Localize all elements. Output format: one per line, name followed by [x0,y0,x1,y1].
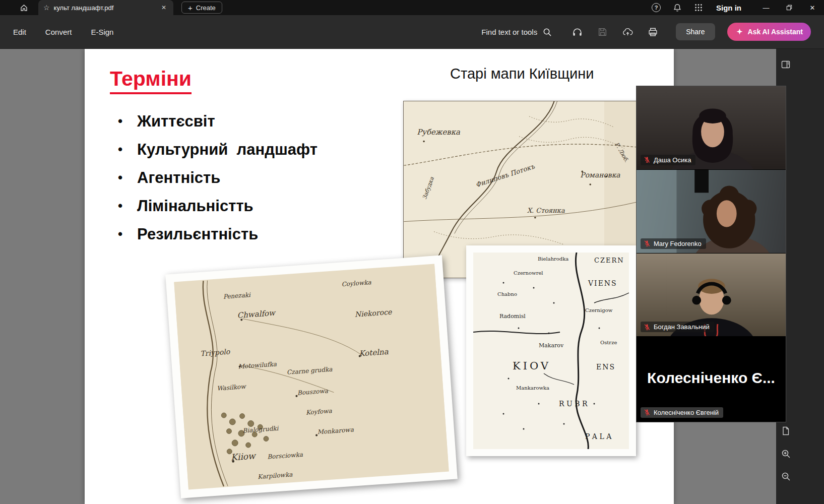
app-toolbar: Edit Convert E-Sign Find text or tools S… [0,15,824,49]
restore-icon [786,5,792,11]
map-label: Czernigow [585,307,613,313]
muted-mic-icon [644,324,651,331]
create-label: Create [196,4,216,12]
home-button[interactable] [15,2,32,14]
menu-edit[interactable]: Edit [13,28,26,36]
participant-tile[interactable]: Богдан Завальний [637,254,786,337]
print-button[interactable] [644,23,662,41]
list-item: Культурний ландшафт [114,140,318,159]
zoom-out-icon [781,471,791,481]
menu-convert[interactable]: Convert [45,28,72,36]
participant-display-name: Колесніченко Є... [637,369,786,386]
zoom-in-button[interactable] [777,445,794,462]
old-map-image-3: Bielahrodka CZERN Czernowrel VIENS Chabn… [466,245,636,456]
share-button[interactable]: Share [676,23,715,40]
participant-name: Колесніченко Євгеній [654,409,719,416]
search-icon [542,27,552,37]
zoom-in-icon [781,449,791,459]
old-map-image-2: Penezaki Chwalfow Coylowka Niekoroce Tri… [165,255,458,498]
participant-name-badge: Колесніченко Євгеній [641,407,723,418]
notifications-button[interactable] [667,0,688,15]
participant-tile[interactable]: Колесніченко Є... Колесніченко Євгеній [637,337,786,422]
bullet-text: Культурний ландшафт [137,141,318,158]
map-label: Chabno [497,291,517,297]
page-view-button[interactable] [777,422,794,439]
video-conference-panel: Даша Осика Mary Fedorenko [636,86,786,422]
participant-tile[interactable]: Mary Fedorenko [637,170,786,254]
map-label: Романовка [580,171,620,179]
bell-icon [673,3,682,12]
plus-icon: + [188,4,193,12]
panel-icon [781,59,791,70]
map-label: Czernowrel [514,270,543,276]
titlebar-right: ? Sign in — ✕ [646,0,824,15]
slide-title: Терміни [110,67,192,94]
bullet-text: Життєсвіт [137,112,215,130]
participant-name: Даша Осика [654,156,691,164]
home-icon [20,4,28,12]
upload-cloud-button[interactable] [618,23,637,41]
participant-tile[interactable]: Даша Осика [637,86,786,170]
map-label: Bielahrodka [538,256,568,262]
sign-in-button[interactable]: Sign in [716,4,741,12]
map-label: Ostrze [600,340,617,345]
map-label: Kiiow [230,451,257,463]
find-text-tools-search[interactable]: Find text or tools [481,27,552,37]
apps-grid-button[interactable] [688,0,709,15]
help-icon: ? [652,3,661,12]
list-item: Лімінальністть [114,197,318,215]
map-label: Рубежевка [417,128,460,137]
tab-title: культ ландшафт.pdf [54,4,155,12]
page-icon [781,426,791,436]
participant-name: Mary Fedorenko [654,240,702,247]
muted-mic-icon [644,156,651,163]
map-label: Х. Стоянка [527,207,565,214]
participant-name-badge: Mary Fedorenko [641,238,706,249]
map-label: Makarov [539,342,564,349]
muted-mic-icon [644,409,651,416]
list-item: Агентність [114,168,318,187]
bullet-text: Агентність [137,169,220,186]
toolbar-tools: Find text or tools Share Ask AI Assistan… [481,23,811,41]
list-item: Резильєнтність [114,225,318,243]
map-label: CZERN [594,257,624,264]
save-button[interactable] [593,23,611,41]
ai-spark-icon [735,28,744,36]
window-minimize-button[interactable]: — [754,0,778,15]
save-icon [597,27,608,37]
map-label: R U B R [559,400,588,408]
headphones-icon [572,27,583,37]
map-label: Radomisl [499,313,526,320]
bullet-text: Лімінальністть [137,197,253,215]
map-label: ENS [596,363,615,371]
search-label: Find text or tools [481,28,537,36]
toolbar-menus: Edit Convert E-Sign [13,28,113,36]
menu-esign[interactable]: E-Sign [91,28,113,36]
print-icon [648,27,658,37]
pdf-page: Терміни Старі мапи Київщини Життєсвіт Ку… [85,49,674,504]
participant-name-badge: Даша Осика [641,155,695,165]
help-button[interactable]: ? [646,0,667,15]
document-area: Терміни Старі мапи Київщини Життєсвіт Ку… [0,49,824,504]
window-restore-button[interactable] [778,0,801,15]
create-button[interactable]: + Create [181,2,222,14]
maps-heading: Старі мапи Київщини [450,66,594,82]
acrobat-window: ☆ культ ландшафт.pdf ✕ + Create ? Sign [0,0,824,504]
panel-toggle-button[interactable] [777,56,794,73]
map-label: P A L A [585,432,612,440]
participant-name: Богдан Завальний [654,323,710,331]
map-label: KIOV [513,360,551,372]
read-aloud-button[interactable] [568,23,586,41]
participant-name-badge: Богдан Завальний [641,322,714,332]
document-tab[interactable]: ☆ культ ландшафт.pdf ✕ [38,0,173,15]
zoom-out-button[interactable] [777,468,794,485]
favorite-star-icon[interactable]: ☆ [43,4,50,12]
list-item: Життєсвіт [114,112,318,131]
bullet-text: Резильєнтність [137,225,258,243]
tab-close-icon[interactable]: ✕ [159,3,168,12]
titlebar: ☆ культ ландшафт.pdf ✕ + Create ? Sign [0,0,824,15]
map-label: Mankarowka [516,385,549,391]
ask-ai-assistant-button[interactable]: Ask AI Assistant [727,23,811,41]
map-label: VIENS [588,279,617,287]
window-close-button[interactable]: ✕ [801,0,824,15]
